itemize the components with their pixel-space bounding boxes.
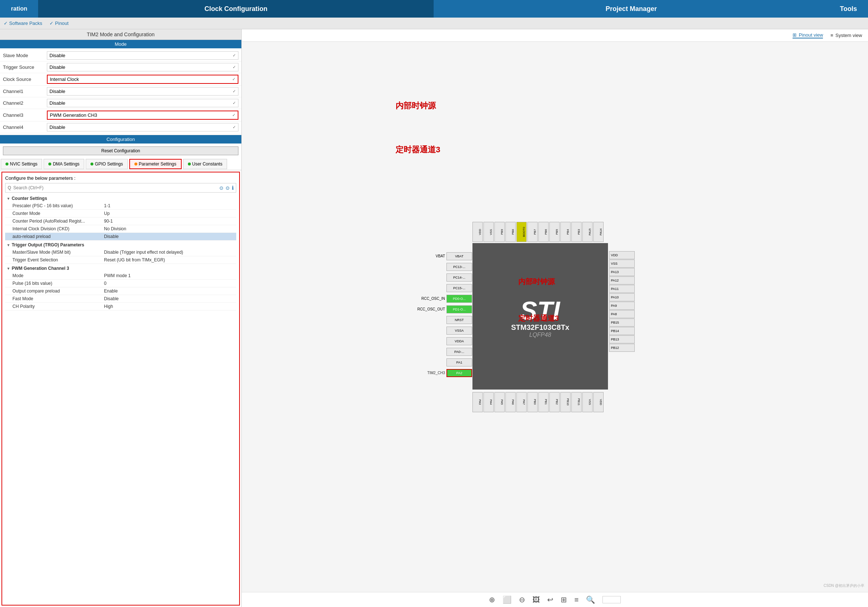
channel1-row: Channel1 Disable ✓ xyxy=(0,86,241,98)
tree-item-counter-period[interactable]: Counter Period (AutoReload Regist... 90-… xyxy=(5,217,236,225)
export-button[interactable]: 🖼 xyxy=(533,596,540,604)
annotation-clock-source-overlay: 内部时钟源 xyxy=(518,277,555,286)
tree-item-output-compare-preload[interactable]: Output compare preload Enable xyxy=(5,287,236,295)
config-bar: Configuration xyxy=(0,135,241,144)
trigger-source-row: Trigger Source Disable ✓ xyxy=(0,62,241,73)
tree-item-auto-reload[interactable]: auto-reload preload Disable xyxy=(5,233,236,240)
slave-mode-label: Slave Mode xyxy=(3,53,47,58)
pin-pa1: PA1 xyxy=(408,357,472,368)
chip-area: 内部时钟源 定时器通道3 VBAT VBAT PC13-... PC14-. xyxy=(242,42,868,592)
pins-top: VDD VSS PB9 PB8 BOOT0 PB7 PB6 PB5 PB4 PB… xyxy=(473,222,604,242)
sub-software-packs[interactable]: ✓ Software Packs xyxy=(4,20,42,26)
search-row: Q ⊙ ⊙ ℹ xyxy=(5,183,236,193)
tab-user-constants[interactable]: User Constants xyxy=(183,159,228,169)
pin-pa2-tim: TIM2_CH3 PA2 xyxy=(408,368,472,378)
chip-package: LQFP48 xyxy=(529,332,551,338)
counter-settings-header[interactable]: ▼ Counter Settings xyxy=(5,195,236,202)
channel2-label: Channel2 xyxy=(3,100,47,106)
tab-dot xyxy=(6,163,8,166)
tree-item-trigger-event[interactable]: Trigger Event Selection Reset (UG bit fr… xyxy=(5,256,236,264)
nav-clock-configuration[interactable]: Clock Configuration xyxy=(38,0,433,17)
left-panel: TIM2 Mode and Configuration Mode Slave M… xyxy=(0,29,242,607)
undo-button[interactable]: ↩ xyxy=(547,595,553,604)
pwm-channel3-group: ▼ PWM Generation Channel 3 Mode PWM mode… xyxy=(5,265,236,310)
zoom-in-button[interactable]: ⊕ xyxy=(489,595,495,604)
bottom-toolbar: ⊕ ⬜ ⊖ 🖼 ↩ ⊞ ≡ 🔍 xyxy=(242,592,868,607)
system-icon: ≡ xyxy=(830,33,833,38)
channel1-label: Channel1 xyxy=(3,88,47,94)
tree-item-prescaler[interactable]: Prescaler (PSC - 16 bits value) 1-1 xyxy=(5,202,236,210)
clock-source-value[interactable]: Internal Clock ✓ xyxy=(47,75,239,84)
dropdown-icon: ✓ xyxy=(232,77,236,82)
dropdown-icon: ✓ xyxy=(232,101,236,105)
tree-section: ▼ Counter Settings Prescaler (PSC - 16 b… xyxy=(5,195,236,310)
counter-settings-group: ▼ Counter Settings Prescaler (PSC - 16 b… xyxy=(5,195,236,240)
pin-vdda: VDDA xyxy=(408,336,472,346)
dropdown-icon: ✓ xyxy=(232,53,236,58)
tab-parameter-settings[interactable]: Parameter Settings xyxy=(129,159,182,169)
channel2-value[interactable]: Disable ✓ xyxy=(47,99,239,107)
nav-next-icon[interactable]: ⊙ xyxy=(226,185,229,191)
annotation-channel3-overlay: 定时器通道3 xyxy=(518,313,559,323)
tree-item-fast-mode[interactable]: Fast Mode Disable xyxy=(5,295,236,303)
clock-source-row: Clock Source Internal Clock ✓ xyxy=(0,73,241,86)
zoom-out-button[interactable]: ⊖ xyxy=(519,595,525,604)
tab-dma-settings[interactable]: DMA Settings xyxy=(43,159,84,169)
slave-mode-value[interactable]: Disable ✓ xyxy=(47,51,239,60)
tree-item-counter-mode[interactable]: Counter Mode Up xyxy=(5,210,236,217)
search-icon: Q xyxy=(8,185,11,190)
nav-configuration[interactable]: ration xyxy=(0,0,38,17)
reset-configuration-button[interactable]: Reset Configuration xyxy=(3,146,239,155)
right-panel: ⊞ Pinout view ≡ System view 内部时钟源 定时器通道3… xyxy=(242,29,868,607)
channel4-value[interactable]: Disable ✓ xyxy=(47,123,239,132)
channel3-row: Channel3 PWM Generation CH3 ✓ xyxy=(0,109,241,122)
toolbar-search-input[interactable] xyxy=(603,596,621,603)
main-content: TIM2 Mode and Configuration Mode Slave M… xyxy=(0,29,868,607)
channel4-row: Channel4 Disable ✓ xyxy=(0,122,241,133)
grid-button[interactable]: ⊞ xyxy=(561,595,567,604)
tabs-row: NVIC Settings DMA Settings GPIO Settings… xyxy=(0,158,241,170)
collapse-icon: ▼ xyxy=(6,243,10,247)
fit-view-button[interactable]: ⬜ xyxy=(502,595,512,604)
info-icon: ℹ xyxy=(232,185,234,191)
tree-item-msm[interactable]: Master/Slave Mode (MSM bit) Disable (Tri… xyxy=(5,249,236,256)
tree-item-ch-polarity[interactable]: CH Polarity High xyxy=(5,303,236,310)
channel3-value[interactable]: PWM Generation CH3 ✓ xyxy=(47,111,239,120)
channel3-label: Channel3 xyxy=(3,112,47,118)
params-label: Configure the below parameters : xyxy=(5,175,236,181)
collapse-icon: ▼ xyxy=(6,266,10,271)
search-input[interactable] xyxy=(13,185,217,190)
nav-project-manager[interactable]: Project Manager xyxy=(434,0,829,17)
slave-mode-row: Slave Mode Disable ✓ xyxy=(0,50,241,62)
dropdown-icon: ✓ xyxy=(232,113,236,118)
pins-bottom: PA3 PA4 PA5 PA6 PA7 PB0 PB1 PB2 PB10 PB1… xyxy=(473,392,604,412)
list-button[interactable]: ≡ xyxy=(574,596,579,604)
mode-fields: Slave Mode Disable ✓ Trigger Source Disa… xyxy=(0,48,241,135)
tab-nvic-settings[interactable]: NVIC Settings xyxy=(1,159,42,169)
trgo-params-header[interactable]: ▼ Trigger Output (TRGO) Parameters xyxy=(5,241,236,249)
trigger-source-label: Trigger Source xyxy=(3,64,47,70)
tree-item-pwm-mode[interactable]: Mode PWM mode 1 xyxy=(5,272,236,280)
tab-dot xyxy=(90,163,93,166)
pin-vssa: VSSA xyxy=(408,325,472,336)
nav-prev-icon[interactable]: ⊙ xyxy=(219,185,223,191)
nav-tools[interactable]: Tools xyxy=(829,0,868,17)
pin-pc13: PC13-... xyxy=(408,262,472,272)
pin-pa0: PA0-... xyxy=(408,347,472,357)
annotation-channel3: 定时器通道3 xyxy=(395,144,440,155)
sub-navigation: ✓ Software Packs ✓ Pinout xyxy=(0,17,868,29)
trigger-source-value[interactable]: Disable ✓ xyxy=(47,63,239,71)
watermark: CSDN @初出茅庐的小卒 xyxy=(824,583,864,588)
pin-vbat: VBAT VBAT xyxy=(408,251,472,262)
channel1-value[interactable]: Disable ✓ xyxy=(47,87,239,96)
check-icon: ✓ xyxy=(4,20,8,26)
sub-pinout[interactable]: ✓ Pinout xyxy=(50,20,68,26)
pinout-view-button[interactable]: ⊞ Pinout view xyxy=(792,32,823,39)
system-view-button[interactable]: ≡ System view xyxy=(830,33,862,38)
search-toolbar-button[interactable]: 🔍 xyxy=(586,595,595,604)
tree-item-pulse[interactable]: Pulse (16 bits value) 0 xyxy=(5,280,236,287)
tab-dot xyxy=(135,163,137,166)
tree-item-clock-division[interactable]: Internal Clock Division (CKD) No Divisio… xyxy=(5,225,236,233)
tab-gpio-settings[interactable]: GPIO Settings xyxy=(86,159,128,169)
pwm-channel3-header[interactable]: ▼ PWM Generation Channel 3 xyxy=(5,265,236,272)
